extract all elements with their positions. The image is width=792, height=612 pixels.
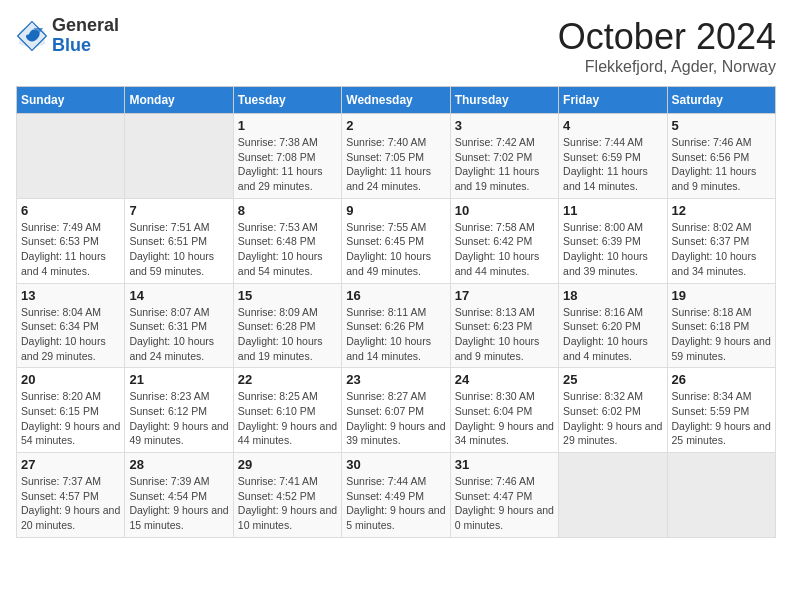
day-number: 22	[238, 372, 337, 387]
calendar-cell: 12Sunrise: 8:02 AMSunset: 6:37 PMDayligh…	[667, 198, 775, 283]
day-number: 31	[455, 457, 554, 472]
day-header-monday: Monday	[125, 87, 233, 114]
calendar-cell: 22Sunrise: 8:25 AMSunset: 6:10 PMDayligh…	[233, 368, 341, 453]
day-info: Sunrise: 7:58 AMSunset: 6:42 PMDaylight:…	[455, 220, 554, 279]
day-number: 9	[346, 203, 445, 218]
calendar-cell	[17, 114, 125, 199]
day-number: 12	[672, 203, 771, 218]
day-number: 26	[672, 372, 771, 387]
calendar-cell: 26Sunrise: 8:34 AMSunset: 5:59 PMDayligh…	[667, 368, 775, 453]
day-info: Sunrise: 7:46 AMSunset: 6:56 PMDaylight:…	[672, 135, 771, 194]
day-info: Sunrise: 8:23 AMSunset: 6:12 PMDaylight:…	[129, 389, 228, 448]
day-number: 19	[672, 288, 771, 303]
logo-text: General Blue	[52, 16, 119, 56]
location: Flekkefjord, Agder, Norway	[558, 58, 776, 76]
day-number: 27	[21, 457, 120, 472]
calendar-cell: 2Sunrise: 7:40 AMSunset: 7:05 PMDaylight…	[342, 114, 450, 199]
calendar-table: SundayMondayTuesdayWednesdayThursdayFrid…	[16, 86, 776, 538]
day-number: 28	[129, 457, 228, 472]
day-info: Sunrise: 7:37 AMSunset: 4:57 PMDaylight:…	[21, 474, 120, 533]
calendar-cell: 10Sunrise: 7:58 AMSunset: 6:42 PMDayligh…	[450, 198, 558, 283]
day-number: 3	[455, 118, 554, 133]
title-block: October 2024 Flekkefjord, Agder, Norway	[558, 16, 776, 76]
week-row-5: 27Sunrise: 7:37 AMSunset: 4:57 PMDayligh…	[17, 453, 776, 538]
calendar-body: 1Sunrise: 7:38 AMSunset: 7:08 PMDaylight…	[17, 114, 776, 538]
day-number: 10	[455, 203, 554, 218]
logo: General Blue	[16, 16, 119, 56]
logo-icon	[16, 20, 48, 52]
day-number: 21	[129, 372, 228, 387]
calendar-cell: 30Sunrise: 7:44 AMSunset: 4:49 PMDayligh…	[342, 453, 450, 538]
calendar-cell: 7Sunrise: 7:51 AMSunset: 6:51 PMDaylight…	[125, 198, 233, 283]
day-number: 15	[238, 288, 337, 303]
day-header-row: SundayMondayTuesdayWednesdayThursdayFrid…	[17, 87, 776, 114]
calendar-cell: 17Sunrise: 8:13 AMSunset: 6:23 PMDayligh…	[450, 283, 558, 368]
calendar-cell: 19Sunrise: 8:18 AMSunset: 6:18 PMDayligh…	[667, 283, 775, 368]
day-info: Sunrise: 8:16 AMSunset: 6:20 PMDaylight:…	[563, 305, 662, 364]
month-title: October 2024	[558, 16, 776, 58]
calendar-cell: 23Sunrise: 8:27 AMSunset: 6:07 PMDayligh…	[342, 368, 450, 453]
calendar-cell: 5Sunrise: 7:46 AMSunset: 6:56 PMDaylight…	[667, 114, 775, 199]
day-info: Sunrise: 8:32 AMSunset: 6:02 PMDaylight:…	[563, 389, 662, 448]
day-number: 29	[238, 457, 337, 472]
day-info: Sunrise: 8:07 AMSunset: 6:31 PMDaylight:…	[129, 305, 228, 364]
day-number: 1	[238, 118, 337, 133]
calendar-cell: 24Sunrise: 8:30 AMSunset: 6:04 PMDayligh…	[450, 368, 558, 453]
calendar-cell: 18Sunrise: 8:16 AMSunset: 6:20 PMDayligh…	[559, 283, 667, 368]
day-info: Sunrise: 7:51 AMSunset: 6:51 PMDaylight:…	[129, 220, 228, 279]
day-info: Sunrise: 7:44 AMSunset: 6:59 PMDaylight:…	[563, 135, 662, 194]
calendar-cell	[125, 114, 233, 199]
day-info: Sunrise: 7:55 AMSunset: 6:45 PMDaylight:…	[346, 220, 445, 279]
day-number: 20	[21, 372, 120, 387]
day-header-friday: Friday	[559, 87, 667, 114]
week-row-2: 6Sunrise: 7:49 AMSunset: 6:53 PMDaylight…	[17, 198, 776, 283]
page-header: General Blue October 2024 Flekkefjord, A…	[16, 16, 776, 76]
day-number: 24	[455, 372, 554, 387]
calendar-cell: 1Sunrise: 7:38 AMSunset: 7:08 PMDaylight…	[233, 114, 341, 199]
day-header-sunday: Sunday	[17, 87, 125, 114]
day-number: 4	[563, 118, 662, 133]
day-info: Sunrise: 7:53 AMSunset: 6:48 PMDaylight:…	[238, 220, 337, 279]
day-number: 14	[129, 288, 228, 303]
logo-blue-text: Blue	[52, 36, 119, 56]
day-info: Sunrise: 7:38 AMSunset: 7:08 PMDaylight:…	[238, 135, 337, 194]
calendar-cell: 21Sunrise: 8:23 AMSunset: 6:12 PMDayligh…	[125, 368, 233, 453]
calendar-cell: 13Sunrise: 8:04 AMSunset: 6:34 PMDayligh…	[17, 283, 125, 368]
day-number: 6	[21, 203, 120, 218]
calendar-cell: 20Sunrise: 8:20 AMSunset: 6:15 PMDayligh…	[17, 368, 125, 453]
day-info: Sunrise: 8:27 AMSunset: 6:07 PMDaylight:…	[346, 389, 445, 448]
day-info: Sunrise: 8:25 AMSunset: 6:10 PMDaylight:…	[238, 389, 337, 448]
day-number: 25	[563, 372, 662, 387]
day-number: 16	[346, 288, 445, 303]
day-number: 8	[238, 203, 337, 218]
day-info: Sunrise: 7:46 AMSunset: 4:47 PMDaylight:…	[455, 474, 554, 533]
day-info: Sunrise: 7:39 AMSunset: 4:54 PMDaylight:…	[129, 474, 228, 533]
day-info: Sunrise: 8:13 AMSunset: 6:23 PMDaylight:…	[455, 305, 554, 364]
calendar-cell	[667, 453, 775, 538]
logo-general-text: General	[52, 16, 119, 36]
day-number: 18	[563, 288, 662, 303]
day-info: Sunrise: 8:30 AMSunset: 6:04 PMDaylight:…	[455, 389, 554, 448]
day-number: 7	[129, 203, 228, 218]
day-number: 13	[21, 288, 120, 303]
day-number: 17	[455, 288, 554, 303]
day-info: Sunrise: 7:44 AMSunset: 4:49 PMDaylight:…	[346, 474, 445, 533]
calendar-cell: 16Sunrise: 8:11 AMSunset: 6:26 PMDayligh…	[342, 283, 450, 368]
day-info: Sunrise: 7:42 AMSunset: 7:02 PMDaylight:…	[455, 135, 554, 194]
day-header-wednesday: Wednesday	[342, 87, 450, 114]
week-row-1: 1Sunrise: 7:38 AMSunset: 7:08 PMDaylight…	[17, 114, 776, 199]
day-info: Sunrise: 8:02 AMSunset: 6:37 PMDaylight:…	[672, 220, 771, 279]
calendar-cell: 6Sunrise: 7:49 AMSunset: 6:53 PMDaylight…	[17, 198, 125, 283]
day-number: 5	[672, 118, 771, 133]
day-header-thursday: Thursday	[450, 87, 558, 114]
calendar-cell: 3Sunrise: 7:42 AMSunset: 7:02 PMDaylight…	[450, 114, 558, 199]
calendar-cell: 25Sunrise: 8:32 AMSunset: 6:02 PMDayligh…	[559, 368, 667, 453]
day-number: 2	[346, 118, 445, 133]
calendar-cell: 27Sunrise: 7:37 AMSunset: 4:57 PMDayligh…	[17, 453, 125, 538]
day-info: Sunrise: 7:41 AMSunset: 4:52 PMDaylight:…	[238, 474, 337, 533]
calendar-cell: 28Sunrise: 7:39 AMSunset: 4:54 PMDayligh…	[125, 453, 233, 538]
calendar-cell: 11Sunrise: 8:00 AMSunset: 6:39 PMDayligh…	[559, 198, 667, 283]
day-number: 30	[346, 457, 445, 472]
day-header-tuesday: Tuesday	[233, 87, 341, 114]
day-number: 11	[563, 203, 662, 218]
